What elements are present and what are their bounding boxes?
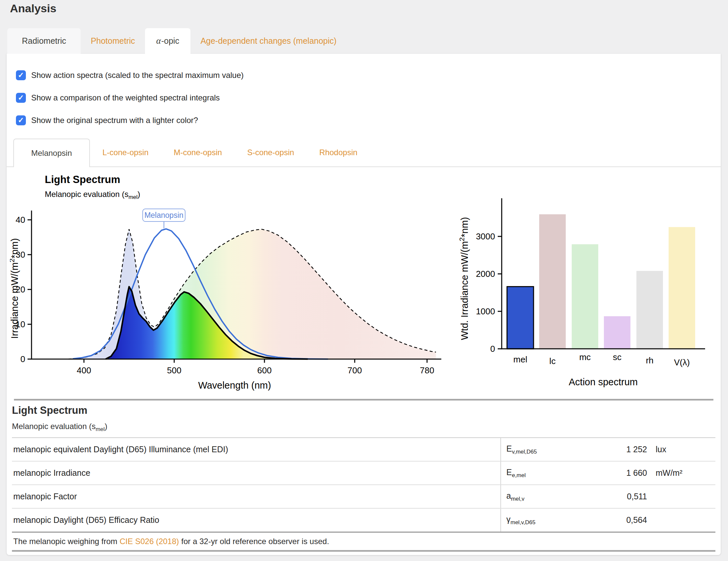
bar-label-mel: mel (513, 354, 527, 364)
y-axis-label: Wtd. Irradiance mW/(m2*nm) (458, 217, 470, 340)
bar-label-mc: mc (579, 352, 591, 362)
row-label: melanopic Daylight (D65) Efficacy Ratio (12, 509, 501, 531)
checkmark-icon: ✓ (18, 116, 24, 125)
results-subtitle: Melanopic evaluation (smel) (12, 422, 108, 433)
footnote-text: for a 32-yr old reference observer is us… (181, 537, 329, 546)
y-tick-label: 0 (490, 344, 495, 354)
x-tick-label: 500 (167, 365, 181, 375)
tab-l-cone-opsin[interactable]: L-cone-opsin (90, 139, 161, 167)
tab-s-cone-opsin-label: S-cone-opsin (247, 148, 294, 157)
x-tick-label: 400 (77, 365, 91, 375)
row-symbol: γmel,v,D65 (501, 515, 601, 526)
tab-m-cone-opsin-label: M-cone-opsin (174, 148, 222, 157)
checkmark-icon: ✓ (18, 71, 24, 80)
tab-alpha-opic-label: -opic (161, 36, 179, 46)
row-symbol: Ev,mel,D65 (501, 444, 601, 455)
chart-subtitle: Melanopic evaluation (smel) (45, 190, 140, 200)
tab-l-cone-opsin-label: L-cone-opsin (103, 148, 149, 157)
x-tick-label: 780 (420, 365, 434, 375)
checkbox-row-original-spectrum: ✓ Show the original spectrum with a ligh… (16, 115, 198, 125)
x-tick-label: 600 (257, 365, 271, 375)
bar-label-vlambda: rh (646, 355, 653, 365)
results-table: melanopic equivalent Daylight (D65) Illu… (12, 437, 715, 552)
y-tick-label: 0 (21, 354, 25, 364)
row-symbol: amel,v (501, 491, 601, 502)
bar-label-lc: lc (549, 356, 556, 366)
table-row: melanopic Daylight (D65) Efficacy Ratio … (12, 509, 715, 533)
y-ticks (498, 237, 502, 349)
bar-V(λ) (669, 227, 695, 349)
bar-mc (572, 245, 598, 349)
chart-title: Light Spectrum (45, 174, 120, 185)
results-heading: Light Spectrum (12, 404, 87, 416)
bars (507, 214, 695, 349)
y-tick-label: 2000 (476, 269, 495, 279)
x-axis-label: Wavelength (nm) (198, 380, 271, 390)
y-ticks (28, 220, 32, 359)
checkbox-label[interactable]: Show action spectra (scaled to the spect… (31, 71, 244, 80)
checkbox-label[interactable]: Show the original spectrum with a lighte… (31, 116, 198, 125)
x-ticks (84, 359, 427, 363)
tab-s-cone-opsin[interactable]: S-cone-opsin (235, 139, 307, 167)
tab-radiometric-label: Radiometric (22, 36, 66, 46)
y-axis-label: Irradiance mW/(m2*nm) (10, 238, 20, 338)
x-axis-label: Action spectrum (569, 377, 638, 387)
row-value: 1 660 (601, 468, 647, 478)
tab-rhodopsin-label: Rhodopsin (319, 148, 357, 157)
tab-age-dependent[interactable]: Age-dependent changes (melanopic) (190, 28, 346, 54)
annotation-label: Melanopsin (144, 211, 183, 220)
y-tick-label: 1000 (476, 306, 495, 316)
bar-rh (636, 271, 663, 349)
melanopsin-annotation: Melanopsin (143, 209, 185, 229)
spectrum-chart: Light Spectrum Melanopic evaluation (sme… (10, 169, 451, 395)
checkmark-icon: ✓ (18, 94, 24, 102)
checkbox-comparison[interactable]: ✓ (16, 93, 26, 103)
checkbox-label[interactable]: Show a comparison of the weighted spectr… (31, 93, 220, 103)
bar-label-vlambda: V(λ) (674, 357, 690, 367)
x-tick-label: 700 (347, 365, 362, 375)
row-unit: lux (647, 445, 666, 454)
tab-photometric[interactable]: Photometric (81, 28, 145, 54)
checkbox-row-comparison: ✓ Show a comparison of the weighted spec… (16, 93, 220, 103)
row-symbol: Ee,mel (501, 467, 601, 479)
bar-lc (539, 214, 566, 349)
tab-age-dependent-label: Age-dependent changes (melanopic) (200, 36, 336, 46)
tab-radiometric[interactable]: Radiometric (7, 28, 81, 54)
checkbox-original-spectrum[interactable]: ✓ (16, 115, 26, 125)
tab-alpha-opic-alpha: α (156, 36, 161, 46)
page-title: Analysis (10, 2, 56, 15)
bar-label-sc: sc (613, 352, 621, 362)
checkbox-action-spectra[interactable]: ✓ (16, 70, 26, 80)
table-footnote: The melanopic weighing from CIE S026 (20… (12, 533, 715, 552)
tab-photometric-label: Photometric (91, 36, 135, 46)
row-label: melanopic Irradiance (12, 461, 501, 484)
tab-alpha-opic[interactable]: α-opic (145, 28, 190, 54)
row-value: 0,564 (601, 515, 647, 525)
y-tick-label: 40 (16, 215, 25, 225)
main-tab-bar: Radiometric Photometric α-opic Age-depen… (7, 28, 346, 54)
bar-mel (507, 286, 534, 349)
section-divider (14, 399, 713, 400)
weighted-integrals-chart: 0 1000 2000 3000 mel lc mc sc rh V(λ) Ac… (458, 169, 720, 395)
tab-melanopsin-label: Melanopsin (31, 149, 72, 158)
table-row: melanopic Irradiance Ee,mel 1 660 mW/m² (12, 461, 715, 485)
table-row: melanopic Factor amel,v 0,511 (12, 485, 715, 509)
row-label: melanopic Factor (12, 485, 501, 508)
cie-s026-link[interactable]: CIE S026 (2018) (120, 537, 179, 546)
y-tick-label: 3000 (476, 232, 495, 242)
table-row: melanopic equivalent Daylight (D65) Illu… (12, 438, 715, 461)
opsin-tab-bar: Melanopsin L-cone-opsin M-cone-opsin S-c… (7, 139, 721, 167)
row-value: 1 252 (601, 445, 647, 454)
footnote-text: The melanopic weighing from (13, 537, 117, 546)
row-label: melanopic equivalent Daylight (D65) Illu… (12, 438, 501, 461)
tab-rhodopsin[interactable]: Rhodopsin (307, 139, 370, 167)
bar-sc (604, 316, 630, 349)
tab-m-cone-opsin[interactable]: M-cone-opsin (161, 139, 235, 167)
tab-melanopsin[interactable]: Melanopsin (13, 139, 90, 167)
row-unit: mW/m² (647, 468, 683, 478)
row-value: 0,511 (601, 492, 647, 501)
content-panel: ✓ Show action spectra (scaled to the spe… (7, 54, 721, 555)
charts-area: Light Spectrum Melanopic evaluation (sme… (7, 169, 721, 395)
checkbox-row-action-spectra: ✓ Show action spectra (scaled to the spe… (16, 70, 244, 80)
